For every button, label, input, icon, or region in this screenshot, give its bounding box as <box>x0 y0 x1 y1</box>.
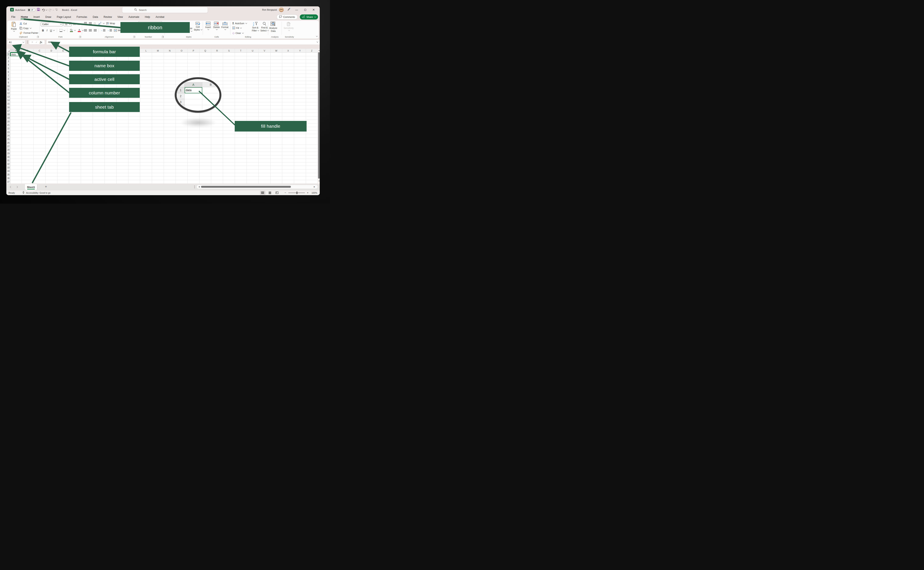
share-chevron-icon[interactable] <box>314 16 316 17</box>
borders-chevron-icon[interactable] <box>63 29 65 31</box>
column-header-L[interactable]: L <box>140 49 152 53</box>
autosave-toggle[interactable]: Off <box>27 8 35 12</box>
user-name[interactable]: Ron Bergquist <box>262 9 277 11</box>
active-cell[interactable]: data <box>11 53 22 56</box>
column-header-W[interactable]: W <box>270 49 283 53</box>
row-header-10[interactable]: 10 <box>6 84 11 88</box>
ribbon-tab-data[interactable]: Data <box>90 15 101 18</box>
column-header-N[interactable]: N <box>164 49 176 53</box>
comments-button[interactable]: Comments <box>276 14 298 20</box>
copy-button[interactable]: Copy <box>20 27 31 30</box>
row-header-2[interactable]: 2 <box>6 56 11 60</box>
row-header-24[interactable]: 24 <box>6 134 11 138</box>
format-as-table-label[interactable]: as <box>190 27 192 29</box>
autosum-button[interactable]: Σ AutoSum <box>232 21 247 25</box>
row-header-6[interactable]: 6 <box>6 70 11 74</box>
row-header-23[interactable]: 23 <box>6 130 11 134</box>
column-header-T[interactable]: T <box>235 49 247 53</box>
align-right-button[interactable] <box>94 29 97 31</box>
worksheet-grid[interactable]: ABCDEFGHIJKLMNOPQRSTUVWXYZ 1234567891011… <box>6 49 318 184</box>
undo-chevron-icon[interactable] <box>46 9 47 11</box>
close-button[interactable]: ✕ <box>310 8 317 12</box>
select-all-button[interactable] <box>6 49 11 53</box>
formula-bar-input[interactable]: data <box>46 40 320 45</box>
row-header-15[interactable]: 15 <box>6 102 11 106</box>
ribbon-tab-page-layout[interactable]: Page Layout <box>54 15 74 18</box>
bold-button[interactable]: B <box>42 29 44 32</box>
new-sheet-button[interactable]: + <box>45 185 47 188</box>
delete-chevron-icon[interactable] <box>216 28 218 30</box>
top-align-button[interactable] <box>84 22 87 24</box>
expand-formula-bar-icon[interactable] <box>316 41 318 43</box>
sort-filter-button[interactable]: AZ Sort & Filter <box>252 21 259 32</box>
search-bar[interactable]: Search <box>122 7 208 13</box>
ribbon-tab-view[interactable]: View <box>115 15 126 18</box>
align-center-button[interactable] <box>89 29 92 31</box>
scroll-up-icon[interactable]: ▲ <box>318 50 320 51</box>
increase-indent-button[interactable]: → <box>107 29 112 31</box>
column-header-M[interactable]: M <box>152 49 164 53</box>
row-header-26[interactable]: 26 <box>6 141 11 145</box>
column-header-S[interactable]: S <box>223 49 235 53</box>
column-header-O[interactable]: O <box>176 49 188 53</box>
row-header-11[interactable]: 11 <box>6 88 11 92</box>
row-header-36[interactable]: 36 <box>6 177 11 180</box>
row-header-29[interactable]: 29 <box>6 152 11 155</box>
row-header-20[interactable]: 20 <box>6 120 11 123</box>
row-header-4[interactable]: 4 <box>6 63 11 67</box>
ribbon-tab-draw[interactable]: Draw <box>43 15 54 18</box>
column-header-U[interactable]: U <box>247 49 259 53</box>
borders-button[interactable] <box>60 29 62 32</box>
page-break-preview-button[interactable] <box>274 191 280 195</box>
cut-button[interactable]: Cut <box>20 22 27 25</box>
row-header-18[interactable]: 18 <box>6 113 11 116</box>
row-header-8[interactable]: 8 <box>6 77 11 81</box>
font-color-button[interactable]: A <box>78 29 81 32</box>
delete-cells-button[interactable]: Delete <box>213 21 220 30</box>
underline-button[interactable]: U <box>50 29 52 32</box>
feedback-pen-icon[interactable] <box>287 8 290 12</box>
ribbon-tab-formulas[interactable]: Formulas <box>74 15 90 18</box>
row-header-34[interactable]: 34 <box>6 170 11 173</box>
row-header-28[interactable]: 28 <box>6 148 11 152</box>
font-dialog-launcher-icon[interactable] <box>79 36 81 38</box>
zoom-slider-thumb[interactable] <box>296 192 298 194</box>
zoom-out-button[interactable]: − <box>284 191 286 194</box>
insert-cells-button[interactable]: Insert <box>205 21 211 30</box>
row-header-37[interactable]: 37 <box>6 180 11 184</box>
row-header-27[interactable]: 27 <box>6 145 11 148</box>
row-header-3[interactable]: 3 <box>6 60 11 63</box>
avatar[interactable] <box>279 8 284 12</box>
ribbon-tab-help[interactable]: Help <box>142 15 153 18</box>
page-layout-view-button[interactable] <box>267 191 273 195</box>
fill-button[interactable]: Fill <box>232 26 241 29</box>
row-header-5[interactable]: 5 <box>6 67 11 70</box>
decrease-indent-button[interactable]: ← <box>101 29 105 31</box>
customize-qat-icon[interactable] <box>55 9 58 11</box>
row-header-12[interactable]: 12 <box>6 92 11 95</box>
row-header-14[interactable]: 14 <box>6 99 11 102</box>
italic-button[interactable]: I <box>46 29 47 32</box>
horizontal-scrollbar-thumb[interactable] <box>201 186 291 188</box>
row-header-35[interactable]: 35 <box>6 173 11 177</box>
format-cells-button[interactable]: Format <box>221 21 228 30</box>
row-header-9[interactable]: 9 <box>6 81 11 85</box>
restore-button[interactable] <box>302 8 308 12</box>
save-icon[interactable] <box>37 8 40 12</box>
share-button[interactable]: Share <box>300 14 318 20</box>
row-header-22[interactable]: 22 <box>6 127 11 131</box>
name-box[interactable]: A1 <box>7 40 26 44</box>
tab-splitter-handle[interactable] <box>194 185 195 188</box>
insert-chevron-icon[interactable] <box>207 28 209 30</box>
column-header-E[interactable]: E <box>58 49 69 53</box>
orientation-chevron-icon[interactable] <box>103 22 104 24</box>
undo-button[interactable] <box>42 9 47 11</box>
clipboard-dialog-launcher-icon[interactable] <box>37 36 39 38</box>
column-header-V[interactable]: V <box>259 49 270 53</box>
scroll-right-icon[interactable]: ▶ <box>314 186 315 188</box>
analyze-data-button[interactable]: Analyze Data <box>269 21 277 32</box>
alignment-dialog-launcher-icon[interactable] <box>133 36 135 38</box>
zoom-in-button[interactable]: + <box>307 191 309 194</box>
row-header-7[interactable]: 7 <box>6 74 11 77</box>
ribbon-tab-insert[interactable]: Insert <box>31 15 43 18</box>
